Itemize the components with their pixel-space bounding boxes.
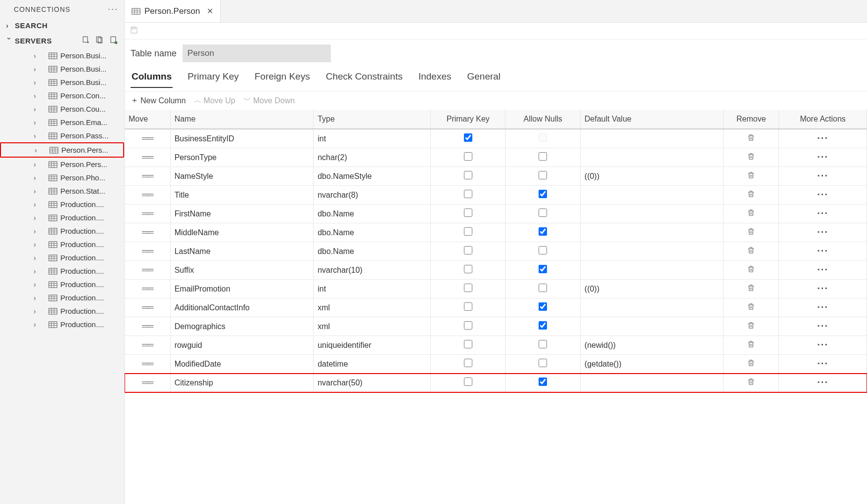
table-row[interactable]: ══rowguiduniqueidentifier(newid())··· bbox=[125, 336, 867, 355]
tree-item[interactable]: ›Person.Ema... bbox=[0, 116, 124, 129]
more-actions-icon[interactable]: ··· bbox=[817, 301, 828, 312]
column-name[interactable]: NameStyle bbox=[170, 167, 314, 186]
column-type[interactable]: nvarchar(50) bbox=[314, 374, 431, 392]
drag-handle-icon[interactable]: ══ bbox=[142, 302, 153, 312]
more-actions-icon[interactable]: ··· bbox=[817, 358, 828, 369]
drag-handle-icon[interactable]: ══ bbox=[142, 133, 153, 143]
delete-icon[interactable] bbox=[747, 341, 755, 350]
more-actions-icon[interactable]: ··· bbox=[817, 339, 828, 350]
more-actions-icon[interactable]: ··· bbox=[817, 320, 828, 331]
tree-item[interactable]: ›Production.... bbox=[0, 224, 124, 238]
tree-item[interactable]: ›Person.Con... bbox=[0, 89, 124, 102]
delete-icon[interactable] bbox=[747, 191, 755, 200]
column-name[interactable]: Demographics bbox=[170, 317, 314, 336]
nulls-checkbox[interactable] bbox=[539, 378, 547, 386]
delete-icon[interactable] bbox=[747, 304, 755, 312]
subtab-primary-key[interactable]: Primary Key bbox=[186, 68, 239, 88]
nulls-checkbox[interactable] bbox=[539, 340, 547, 348]
drag-handle-icon[interactable]: ══ bbox=[142, 378, 153, 387]
search-section[interactable]: › SEARCH bbox=[0, 18, 124, 33]
drag-handle-icon[interactable]: ══ bbox=[142, 340, 153, 350]
default-value[interactable] bbox=[580, 205, 724, 223]
server-status-icon[interactable] bbox=[109, 36, 118, 46]
tree-item[interactable]: ›Person.Pass... bbox=[0, 129, 124, 142]
nulls-checkbox[interactable] bbox=[539, 171, 547, 179]
column-name[interactable]: AdditionalContactInfo bbox=[170, 298, 314, 317]
column-type[interactable]: uniqueidentifier bbox=[314, 336, 431, 355]
pk-checkbox[interactable] bbox=[464, 284, 472, 292]
nulls-checkbox[interactable] bbox=[539, 190, 547, 198]
pk-checkbox[interactable] bbox=[464, 227, 472, 236]
tree-item[interactable]: ›Person.Stat... bbox=[0, 184, 124, 198]
column-name[interactable]: MiddleName bbox=[170, 223, 314, 242]
default-value[interactable]: (newid()) bbox=[580, 336, 724, 355]
column-type[interactable]: nvarchar(10) bbox=[314, 261, 431, 280]
more-actions-icon[interactable]: ··· bbox=[817, 226, 828, 237]
table-row[interactable]: ══LastNamedbo.Name··· bbox=[125, 242, 867, 261]
column-name[interactable]: FirstName bbox=[170, 205, 314, 223]
column-name[interactable]: EmailPromotion bbox=[170, 280, 314, 298]
tree-item[interactable]: ›Person.Cou... bbox=[0, 102, 124, 116]
default-value[interactable] bbox=[580, 223, 724, 242]
default-value[interactable]: ((0)) bbox=[580, 280, 724, 298]
more-actions-icon[interactable]: ··· bbox=[817, 377, 828, 387]
table-row[interactable]: ══EmailPromotionint((0))··· bbox=[125, 280, 867, 298]
drag-handle-icon[interactable]: ══ bbox=[142, 190, 153, 200]
tree-item[interactable]: ›Production.... bbox=[0, 291, 124, 304]
default-value[interactable] bbox=[580, 129, 724, 148]
delete-icon[interactable] bbox=[747, 379, 755, 387]
more-actions-icon[interactable]: ··· bbox=[817, 208, 828, 218]
tree-item[interactable]: ›Person.Busi... bbox=[0, 49, 124, 62]
nulls-checkbox[interactable] bbox=[539, 227, 547, 236]
tree-item[interactable]: ›Person.Pers... bbox=[0, 142, 124, 158]
tree-item[interactable]: ›Person.Busi... bbox=[0, 76, 124, 89]
table-row[interactable]: ══ModifiedDatedatetime(getdate())··· bbox=[125, 355, 867, 374]
new-connection-icon[interactable] bbox=[82, 36, 91, 46]
table-row[interactable]: ══PersonTypenchar(2)··· bbox=[125, 148, 867, 167]
table-name-input[interactable] bbox=[183, 44, 331, 62]
nulls-checkbox[interactable] bbox=[539, 284, 547, 292]
delete-icon[interactable] bbox=[747, 154, 755, 162]
default-value[interactable] bbox=[580, 317, 724, 336]
pk-checkbox[interactable] bbox=[464, 190, 472, 198]
column-name[interactable]: BusinessEntityID bbox=[170, 129, 314, 148]
drag-handle-icon[interactable]: ══ bbox=[142, 246, 153, 256]
subtab-columns[interactable]: Columns bbox=[131, 68, 173, 88]
new-group-icon[interactable] bbox=[95, 36, 104, 46]
default-value[interactable] bbox=[580, 261, 724, 280]
default-value[interactable]: ((0)) bbox=[580, 167, 724, 186]
nulls-checkbox[interactable] bbox=[539, 302, 547, 311]
column-type[interactable]: nvarchar(8) bbox=[314, 186, 431, 205]
table-row[interactable]: ══FirstNamedbo.Name··· bbox=[125, 205, 867, 223]
default-value[interactable] bbox=[580, 298, 724, 317]
column-type[interactable]: dbo.Name bbox=[314, 242, 431, 261]
pk-checkbox[interactable] bbox=[464, 209, 472, 217]
column-type[interactable]: nchar(2) bbox=[314, 148, 431, 167]
delete-icon[interactable] bbox=[747, 266, 755, 275]
new-column-button[interactable]: ＋New Column bbox=[131, 95, 186, 106]
column-type[interactable]: xml bbox=[314, 317, 431, 336]
subtab-general[interactable]: General bbox=[466, 68, 502, 88]
column-name[interactable]: rowguid bbox=[170, 336, 314, 355]
tab-person-person[interactable]: Person.Person ✕ bbox=[125, 0, 221, 22]
column-type[interactable]: int bbox=[314, 280, 431, 298]
drag-handle-icon[interactable]: ══ bbox=[142, 171, 153, 181]
subtab-foreign-keys[interactable]: Foreign Keys bbox=[254, 68, 311, 88]
table-row[interactable]: ══Demographicsxml··· bbox=[125, 317, 867, 336]
delete-icon[interactable] bbox=[747, 135, 755, 143]
pk-checkbox[interactable] bbox=[464, 359, 472, 367]
pk-checkbox[interactable] bbox=[464, 152, 472, 161]
tree-item[interactable]: ›Person.Busi... bbox=[0, 62, 124, 76]
more-actions-icon[interactable]: ··· bbox=[817, 283, 828, 294]
column-type[interactable]: int bbox=[314, 129, 431, 148]
pk-checkbox[interactable] bbox=[464, 133, 472, 142]
table-row[interactable]: ══NameStyledbo.NameStyle((0))··· bbox=[125, 167, 867, 186]
pk-checkbox[interactable] bbox=[464, 340, 472, 348]
table-row[interactable]: ══Titlenvarchar(8)··· bbox=[125, 186, 867, 205]
tree-item[interactable]: ›Production.... bbox=[0, 211, 124, 224]
column-type[interactable]: dbo.Name bbox=[314, 223, 431, 242]
column-name[interactable]: LastName bbox=[170, 242, 314, 261]
drag-handle-icon[interactable]: ══ bbox=[142, 152, 153, 162]
delete-icon[interactable] bbox=[747, 172, 755, 181]
subtab-check-constraints[interactable]: Check Constraints bbox=[325, 68, 404, 88]
